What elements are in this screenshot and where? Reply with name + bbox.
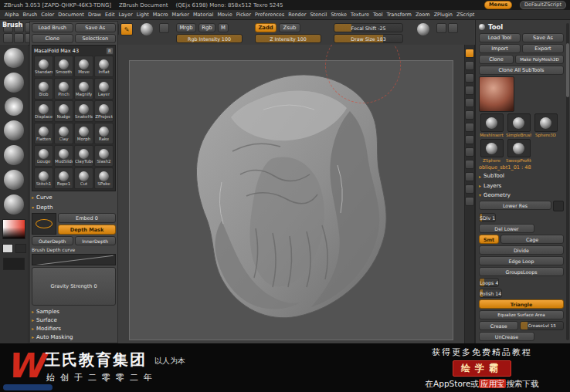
material-icon-3[interactable] <box>4 194 24 215</box>
menu-item[interactable]: Layer <box>117 12 134 18</box>
brush-tile[interactable]: Magnify <box>74 78 93 100</box>
brush-tile[interactable]: Gouge <box>34 145 53 167</box>
sdiv-slider[interactable]: SDiv 1 <box>479 213 496 222</box>
del-lower-button[interactable]: Del Lower <box>479 224 534 233</box>
primary-color-swatch[interactable] <box>2 244 13 253</box>
triangle-button[interactable]: Triangle <box>479 299 564 309</box>
depth-mask-button[interactable]: Depth Mask <box>58 225 116 235</box>
subtool-section-header[interactable]: SubTool <box>483 173 504 179</box>
color-picker[interactable] <box>2 219 25 239</box>
toolbar-icon[interactable] <box>14 33 24 43</box>
brush-tile[interactable]: Morph <box>74 123 93 144</box>
loops-slider[interactable]: Loops 4 <box>479 278 499 287</box>
zsub-button[interactable]: Zsub <box>279 23 300 32</box>
dock-button[interactable] <box>465 49 474 58</box>
make-polymesh-button[interactable]: Make PolyMesh3D <box>515 55 564 64</box>
brush-subsection-header[interactable]: ▸ Samples <box>32 307 116 316</box>
load-brush-button[interactable]: Load Brush <box>32 23 73 32</box>
brush-tile[interactable]: Rake <box>94 123 114 144</box>
cage-toggle-icon[interactable] <box>553 201 564 211</box>
document-canvas[interactable] <box>118 45 464 343</box>
edge-loop-button[interactable]: Edge Loop <box>479 256 564 265</box>
brush-subsection-header[interactable]: ▸ Auto Masking <box>32 333 116 341</box>
lower-res-button[interactable]: Lower Res <box>479 201 551 210</box>
dock-button[interactable] <box>465 110 474 120</box>
restore-chip[interactable]: R <box>106 47 114 55</box>
mrgb-button[interactable]: Mrgb <box>176 23 196 32</box>
select-icon-button[interactable]: SelectIcon <box>75 34 117 43</box>
texture-icon[interactable] <box>4 120 24 140</box>
menu-item[interactable]: Render <box>287 12 307 18</box>
menu-item[interactable]: Brush <box>21 12 39 18</box>
active-brush-icon[interactable] <box>4 48 24 68</box>
inner-depth-button[interactable]: InnerDepth <box>75 236 117 245</box>
clone-tool-button[interactable]: Clone <box>479 55 514 64</box>
toolbar-icon[interactable] <box>3 33 13 43</box>
menu-item[interactable]: Movie <box>215 12 233 18</box>
save-tool-button[interactable]: Save As <box>522 33 564 42</box>
menu-item[interactable]: Marker <box>171 12 191 18</box>
rgb-button[interactable]: Rgb <box>198 23 215 32</box>
menu-item[interactable]: Edit <box>103 12 117 18</box>
gradient-icon[interactable] <box>159 23 169 33</box>
layers-section-header[interactable]: Layers <box>483 183 501 189</box>
brush-tile[interactable]: Displace <box>34 100 53 122</box>
brush-tile[interactable]: Cut <box>74 167 93 189</box>
gradient-swatch[interactable] <box>3 258 25 270</box>
brush-tile[interactable]: Stitch1 <box>34 167 53 189</box>
material-preview-icon[interactable] <box>141 23 153 35</box>
divide-button[interactable]: Divide <box>479 245 564 255</box>
brush-tile[interactable]: SPoke <box>94 167 114 189</box>
dock-button[interactable] <box>465 135 474 144</box>
brush-tile[interactable]: Nudge <box>54 100 73 122</box>
draw-size-slider[interactable]: Draw Size 183 <box>334 34 403 43</box>
dock-button[interactable] <box>465 98 474 107</box>
tool-tile[interactable]: MeshInsert <box>479 113 504 137</box>
menu-item[interactable]: Picker <box>235 12 253 18</box>
equalize-surface-button[interactable]: Equalize Surface Area <box>479 310 564 319</box>
brush-tile[interactable]: Rope1 <box>54 167 73 189</box>
menu-item[interactable]: Alpha <box>3 12 20 18</box>
brush-subsection-header[interactable]: ▸ Surface <box>32 316 116 324</box>
dock-button[interactable] <box>465 197 474 206</box>
dock-button[interactable] <box>465 160 474 169</box>
menu-item[interactable]: Tool <box>372 12 385 18</box>
menus-button[interactable]: Menus <box>484 1 512 9</box>
tool-tile[interactable]: SweepProfile3D <box>506 139 531 163</box>
tool-tile[interactable]: SimpleBrush <box>506 113 531 137</box>
groups-loops-button[interactable]: GroupsLoops <box>479 267 564 276</box>
brush-tile[interactable]: MudSlide <box>54 145 73 167</box>
stroke-preview-icon[interactable] <box>417 23 429 35</box>
material-icon-2[interactable] <box>4 170 24 190</box>
stroke-type-icon[interactable] <box>4 73 24 93</box>
uncrease-button[interactable]: UnCrease <box>479 332 534 341</box>
zscript-button[interactable]: DeFaultZScript <box>520 1 566 9</box>
geometry-section-header[interactable]: Geometry <box>483 192 511 198</box>
brush-tile[interactable]: ZProject <box>94 100 114 122</box>
menu-item[interactable]: Texture <box>349 12 371 18</box>
menu-item[interactable]: Draw <box>87 12 103 18</box>
z-intensity-slider[interactable]: Z Intensity 100 <box>255 34 321 43</box>
dock-button[interactable] <box>465 61 474 70</box>
cage-button[interactable]: Cage <box>500 235 564 244</box>
toolbar-icon[interactable] <box>448 23 458 33</box>
menu-item[interactable]: Document <box>56 12 86 18</box>
depth-section-header[interactable]: Depth <box>36 204 53 211</box>
menu-item[interactable]: Preferences <box>253 12 286 18</box>
dock-button[interactable] <box>465 73 474 83</box>
smt-toggle[interactable]: Smt <box>479 235 499 244</box>
embed-slider[interactable]: Embed 0 <box>58 213 116 223</box>
brush-tile[interactable]: Inflat <box>94 56 114 77</box>
active-tool-thumbnail[interactable] <box>479 76 514 112</box>
import-button[interactable]: Import <box>479 44 521 53</box>
tool-tile[interactable]: ZSphere <box>479 139 504 163</box>
save-brush-button[interactable]: Save As <box>75 23 117 32</box>
outer-depth-button[interactable]: OuterDepth <box>32 236 73 245</box>
focal-shift-slider[interactable]: Focal Shift -25 <box>334 23 403 32</box>
menu-item[interactable]: Transform <box>385 12 413 18</box>
dock-button[interactable] <box>465 184 474 194</box>
menu-item[interactable]: ZPlugin <box>433 12 454 18</box>
dock-button[interactable] <box>465 86 474 95</box>
brush-tile[interactable]: Blob <box>34 78 53 100</box>
brush-tile[interactable]: ClayTubes <box>74 145 93 167</box>
